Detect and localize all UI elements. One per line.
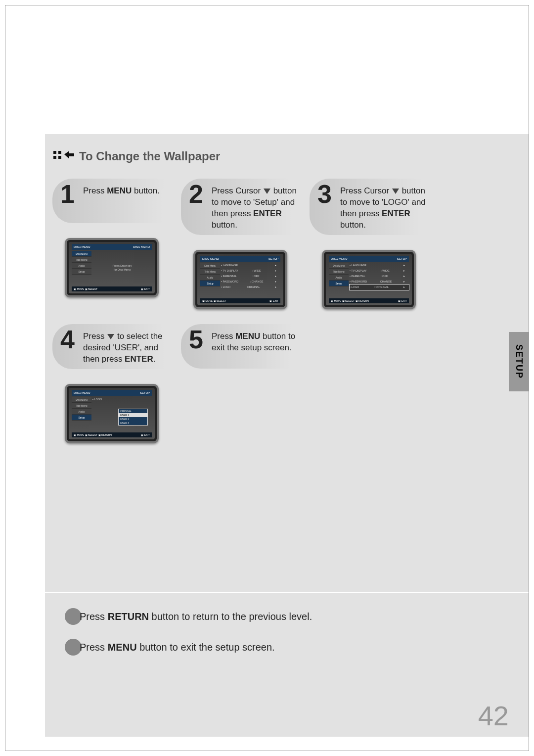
footer-text: Press MENU button to exit the setup scre… — [80, 642, 275, 653]
page-number: 42 — [478, 700, 509, 732]
step-number: 5 — [189, 328, 207, 351]
step-instruction: Press Cursor button to move to 'LOGO' an… — [340, 183, 427, 231]
main-content: To Change the Wallpaper 1 Press MENU but… — [45, 134, 529, 592]
step-instruction: Press Cursor button to move to 'Setup' a… — [212, 183, 299, 231]
steps-grid: 1 Press MENU button. DISC MENUDISC MENU … — [52, 179, 529, 443]
step-number: 1 — [60, 183, 78, 206]
bullet-icon — [65, 608, 82, 625]
tv-screenshot-3: DISC MENUSETUP Disc MenuTitle MenuAudioS… — [322, 250, 416, 309]
step-number: 3 — [317, 183, 335, 206]
step-1: 1 Press MENU button. DISC MENUDISC MENU … — [52, 179, 176, 309]
side-tab-setup: SETUP — [509, 332, 529, 391]
svg-rect-2 — [53, 156, 56, 159]
heading-text: To Change the Wallpaper — [79, 149, 220, 163]
svg-rect-1 — [58, 151, 61, 154]
tv-screenshot-1: DISC MENUDISC MENU Disc MenuTitle MenuAu… — [65, 238, 159, 297]
tv-screenshot-4: DISC MENUSETUP Disc MenuTitle MenuAudioS… — [65, 384, 159, 443]
step-3: 3 Press Cursor button to move to 'LOGO' … — [310, 179, 433, 309]
bullet-icon — [65, 639, 82, 656]
svg-rect-0 — [53, 151, 56, 154]
tv-screenshot-2: DISC MENUSETUP Disc MenuTitle MenuAudioS… — [193, 250, 287, 309]
step-2: 2 Press Cursor button to move to 'Setup'… — [181, 179, 305, 309]
footer-notes: Press RETURN button to return to the pre… — [45, 593, 529, 737]
step-number: 2 — [189, 183, 207, 206]
page-frame: To Change the Wallpaper 1 Press MENU but… — [5, 5, 529, 751]
svg-marker-4 — [64, 151, 74, 159]
section-heading: To Change the Wallpaper — [52, 149, 529, 164]
svg-rect-3 — [58, 156, 61, 159]
step-instruction: Press MENU button to exit the setup scre… — [212, 328, 299, 354]
section-icon — [52, 149, 74, 164]
step-4: 4 Press to select the desired 'USER', an… — [52, 324, 176, 443]
footer-text: Press RETURN button to return to the pre… — [80, 611, 312, 622]
step-number: 4 — [60, 328, 78, 351]
step-instruction: Press MENU button. — [83, 183, 160, 197]
step-5: 5 Press MENU button to exit the setup sc… — [181, 324, 305, 443]
step-instruction: Press to select the desired 'USER', and … — [83, 328, 170, 365]
